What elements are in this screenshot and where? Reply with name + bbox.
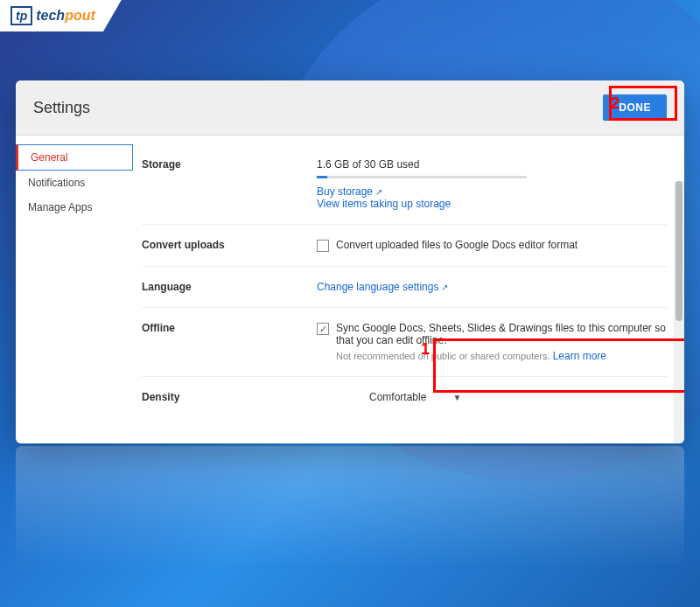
- dialog-body: General Notifications Manage Apps Storag…: [16, 136, 684, 443]
- scrollbar-thumb[interactable]: [676, 181, 682, 321]
- convert-content: Convert uploaded files to Google Docs ed…: [317, 239, 667, 252]
- sidebar-item-manage-apps[interactable]: Manage Apps: [16, 195, 133, 220]
- offline-content: ✓ Sync Google Docs, Sheets, Slides & Dra…: [317, 322, 667, 362]
- storage-progress-fill: [317, 176, 327, 178]
- storage-usage-text: 1.6 GB of 30 GB used: [317, 158, 667, 171]
- language-content: Change language settings: [317, 281, 667, 293]
- settings-sidebar: General Notifications Manage Apps: [16, 136, 133, 443]
- annotation-2: 2: [611, 94, 620, 113]
- offline-note-row: Not recommended on public or shared comp…: [336, 350, 667, 362]
- section-convert: Convert uploads Convert uploaded files t…: [142, 225, 667, 267]
- settings-dialog: Settings 2 DONE General Notifications Ma…: [16, 80, 684, 443]
- annotation-1: 1: [421, 340, 430, 359]
- dialog-title: Settings: [33, 99, 90, 117]
- convert-text: Convert uploaded files to Google Docs ed…: [336, 239, 578, 251]
- section-storage: Storage 1.6 GB of 30 GB used Buy storage…: [142, 144, 667, 225]
- settings-content: Storage 1.6 GB of 30 GB used Buy storage…: [133, 136, 684, 443]
- density-content: Comfortable ▼: [317, 391, 667, 403]
- convert-checkbox[interactable]: [317, 240, 329, 252]
- chevron-down-icon: ▼: [452, 393, 461, 402]
- sidebar-item-general[interactable]: General: [16, 144, 133, 171]
- scrollbar-track[interactable]: [674, 181, 684, 443]
- offline-text: Sync Google Docs, Sheets, Slides & Drawi…: [336, 322, 666, 346]
- offline-checkbox[interactable]: ✓: [317, 323, 329, 335]
- storage-content: 1.6 GB of 30 GB used Buy storage View it…: [317, 158, 667, 210]
- dialog-reflection: [16, 446, 684, 569]
- section-density: Density Comfortable ▼: [142, 377, 667, 417]
- section-offline: Offline ✓ Sync Google Docs, Sheets, Slid…: [142, 308, 667, 377]
- density-dropdown[interactable]: Comfortable ▼: [369, 391, 461, 403]
- offline-note: Not recommended on public or shared comp…: [336, 351, 550, 361]
- density-label: Density: [142, 391, 317, 403]
- offline-learn-more-link[interactable]: Learn more: [553, 350, 606, 362]
- buy-storage-link[interactable]: Buy storage: [317, 185, 382, 198]
- storage-progress-bar: [317, 176, 527, 178]
- section-language: Language Change language settings: [142, 267, 667, 308]
- brand-logo-tab: tptechpout: [0, 0, 122, 31]
- storage-label: Storage: [142, 158, 317, 210]
- convert-label: Convert uploads: [142, 239, 317, 252]
- view-storage-items-link[interactable]: View items taking up storage: [317, 198, 451, 210]
- sidebar-item-notifications[interactable]: Notifications: [16, 171, 133, 195]
- logo-tech: tech: [36, 8, 65, 23]
- density-value: Comfortable: [369, 391, 426, 403]
- language-label: Language: [142, 281, 317, 293]
- offline-label: Offline: [142, 322, 317, 362]
- change-language-link[interactable]: Change language settings: [317, 281, 448, 293]
- logo-pout: pout: [65, 8, 95, 23]
- dialog-header: Settings 2 DONE: [16, 80, 684, 136]
- logo-tp-mark: tp: [10, 6, 32, 25]
